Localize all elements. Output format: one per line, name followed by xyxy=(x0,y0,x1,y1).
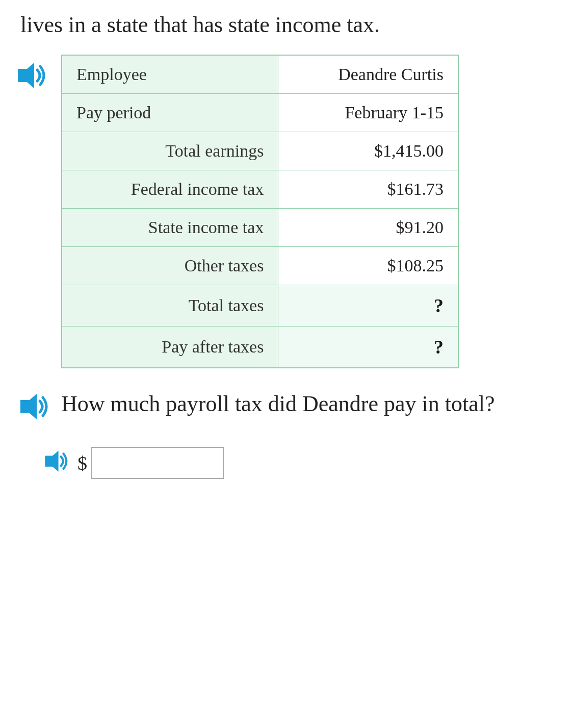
svg-marker-2 xyxy=(45,450,58,471)
table-row: State income tax $91.20 xyxy=(62,209,458,247)
employee-label: Employee xyxy=(62,55,278,94)
dollar-sign: $ xyxy=(77,452,87,474)
pay-period-value: February 1-15 xyxy=(278,94,458,132)
speaker-icon-question[interactable] xyxy=(15,391,50,422)
total-taxes-label: Total taxes xyxy=(62,285,278,327)
federal-tax-value: $161.73 xyxy=(278,170,458,209)
intro-text: lives in a state that has state income t… xyxy=(15,10,558,39)
question-text: How much payroll tax did Deandre pay in … xyxy=(61,389,494,419)
table-row: Employee Deandre Curtis xyxy=(62,55,458,94)
pay-table: Employee Deandre Curtis Pay period Febru… xyxy=(61,55,459,368)
speaker-icon-answer[interactable] xyxy=(41,448,69,474)
total-earnings-value: $1,415.00 xyxy=(278,132,458,170)
svg-marker-1 xyxy=(20,394,37,419)
table-row: Pay after taxes ? xyxy=(62,327,458,368)
total-earnings-label: Total earnings xyxy=(62,132,278,170)
svg-marker-0 xyxy=(18,63,34,88)
table-row: Other taxes $108.25 xyxy=(62,247,458,285)
other-taxes-value: $108.25 xyxy=(278,247,458,285)
table-row: Federal income tax $161.73 xyxy=(62,170,458,209)
other-taxes-label: Other taxes xyxy=(62,247,278,285)
speaker-icon[interactable] xyxy=(13,60,47,91)
table-row: Total earnings $1,415.00 xyxy=(62,132,458,170)
federal-tax-label: Federal income tax xyxy=(62,170,278,209)
employee-value: Deandre Curtis xyxy=(278,55,458,94)
pay-after-taxes-value: ? xyxy=(278,327,458,368)
total-taxes-question-mark: ? xyxy=(434,295,444,316)
bottom-question-container: How much payroll tax did Deandre pay in … xyxy=(15,389,558,426)
answer-input[interactable] xyxy=(91,447,224,479)
answer-row: $ xyxy=(15,447,558,479)
total-taxes-value: ? xyxy=(278,285,458,327)
table-row: Total taxes ? xyxy=(62,285,458,327)
state-tax-label: State income tax xyxy=(62,209,278,247)
pay-after-taxes-question-mark: ? xyxy=(434,336,444,358)
pay-after-taxes-label: Pay after taxes xyxy=(62,327,278,368)
pay-period-label: Pay period xyxy=(62,94,278,132)
table-row: Pay period February 1-15 xyxy=(62,94,458,132)
state-tax-value: $91.20 xyxy=(278,209,458,247)
